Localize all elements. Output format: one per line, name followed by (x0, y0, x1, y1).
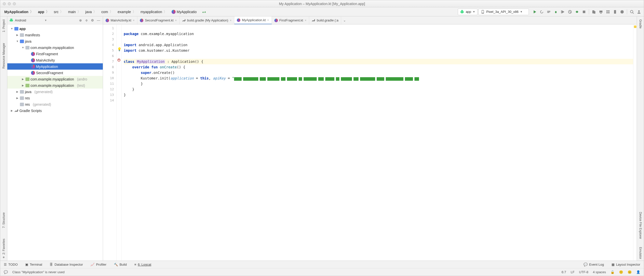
close-icon[interactable]: × (267, 18, 269, 22)
crumb-app[interactable]: app (37, 9, 51, 15)
tree-java[interactable]: ▼java (7, 38, 103, 44)
crumb-pkg[interactable]: myapplication (139, 9, 169, 15)
apply-code-icon[interactable] (546, 10, 551, 14)
tool-emulator[interactable]: Emulator (639, 245, 642, 261)
code-text[interactable]: package com.example.myapplication import… (122, 24, 633, 261)
hide-icon[interactable]: — (96, 18, 101, 23)
sync-icon[interactable] (202, 10, 206, 14)
crumb-main[interactable]: main (67, 9, 83, 15)
error-stripe[interactable] (633, 24, 637, 261)
tree-firstfragment[interactable]: FirstFragment (7, 51, 103, 57)
tabs-overflow[interactable]: ⌄ (341, 16, 348, 24)
lightbulb-icon[interactable]: 💡 (117, 47, 121, 51)
tree-mainactivity[interactable]: MainActivity (7, 57, 103, 63)
crumb-java[interactable]: java (84, 9, 99, 15)
project-tree[interactable]: ▼app ▶manifests ▼java ▼com.example.myapp… (7, 24, 103, 261)
lock-icon[interactable]: 🔓 (610, 270, 615, 274)
tool-favorites[interactable]: 2: Favorites (2, 237, 6, 261)
close-icon[interactable]: × (230, 19, 232, 22)
smile-icon[interactable]: 🙂 (619, 270, 623, 274)
attach-debugger-icon[interactable] (575, 10, 579, 14)
tree-pkg-androidtest[interactable]: ▶com.example.myapplication (andro (7, 76, 103, 82)
tool-logcat[interactable]: ≡6: Logcat (134, 263, 151, 266)
override-icon[interactable] (117, 58, 121, 62)
status-hint: Class "MyApplication" is never used (12, 270, 65, 274)
svg-rect-11 (614, 10, 616, 14)
filter-icon[interactable]: ≑ (84, 18, 89, 23)
svg-rect-8 (608, 10, 609, 12)
device-label: Pixel_3a_API_30_x86 (486, 10, 519, 14)
tree-manifests[interactable]: ▶manifests (7, 32, 103, 38)
sdk-manager-icon[interactable] (599, 10, 603, 14)
close-dot[interactable] (3, 2, 6, 5)
close-icon[interactable]: × (133, 19, 135, 22)
chevron-down-icon[interactable]: ▼ (45, 19, 47, 22)
debug-button[interactable] (554, 10, 558, 14)
tree-pkg[interactable]: ▼com.example.myapplication (7, 44, 103, 51)
tool-build[interactable]: 🔨Build (114, 263, 127, 266)
target-icon[interactable]: ⊕ (78, 18, 83, 23)
cursor-pos[interactable]: 6:7 (562, 270, 566, 274)
tool-profiler[interactable]: 📈Profiler (90, 263, 106, 266)
tool-structure[interactable]: 7: Structure (2, 211, 6, 230)
crumb-src[interactable]: src (52, 9, 66, 15)
tree-myapplication[interactable]: MyApplication (7, 63, 103, 70)
editor[interactable]: 1234567891011121314 💡 package com.exampl… (103, 24, 637, 261)
crumb-file[interactable]: MyApplicatio (170, 9, 198, 14)
tool-layout-inspector[interactable]: ▦Layout Inspector (611, 263, 640, 266)
apply-changes-icon[interactable] (539, 10, 544, 14)
close-icon[interactable]: × (305, 19, 306, 22)
user-icon[interactable] (637, 10, 641, 14)
frown-icon[interactable]: ☹️ (628, 270, 632, 274)
tool-event-log[interactable]: 💬Event Log (584, 263, 604, 266)
zoom-dot[interactable] (13, 2, 16, 5)
tree-gradle-scripts[interactable]: ▶Gradle Scripts (7, 107, 103, 114)
project-view-mode[interactable]: Android (15, 18, 43, 22)
tool-resource-manager[interactable]: Resource Manager (2, 41, 6, 70)
crumb-project[interactable]: MyApplication (3, 9, 36, 15)
tree-java-gen[interactable]: ▶java (generated) (7, 89, 103, 95)
tab-build-gradle-app[interactable]: build.gradle (:a (309, 16, 341, 24)
min-dot[interactable] (8, 2, 11, 5)
resource-manager-icon[interactable] (606, 10, 610, 14)
tool-project[interactable]: 1: Project (2, 18, 6, 34)
tool-todo[interactable]: ☰TODO (4, 263, 18, 266)
tree-res-gen[interactable]: res (generated) (7, 101, 103, 107)
tab-myapplication[interactable]: MyApplication.kt× (234, 16, 272, 24)
cube-icon[interactable] (620, 10, 624, 14)
avd-manager-icon[interactable] (592, 10, 596, 14)
tree-pkg-test[interactable]: ▶com.example.myapplication (test) (7, 82, 103, 89)
tool-gradle[interactable]: Gradle (639, 18, 642, 30)
line-ending[interactable]: LF (571, 270, 574, 274)
crumb-com[interactable]: com (100, 9, 115, 15)
tree-app[interactable]: ▼app (7, 25, 103, 32)
tool-device-file-explorer[interactable]: Device File Explorer (639, 210, 642, 240)
tool-terminal[interactable]: ▣Terminal (25, 263, 42, 266)
tool-db-inspector[interactable]: 🗄Database Inspector (50, 263, 83, 266)
status-icon[interactable]: 💬 (4, 270, 8, 274)
crumb-example[interactable]: example (116, 9, 138, 15)
gear-icon[interactable]: ⚙ (90, 18, 95, 23)
coverage-icon[interactable] (561, 10, 565, 14)
tree-res[interactable]: ▶res (7, 95, 103, 101)
search-icon[interactable] (630, 10, 634, 14)
status-bar: 💬 Class "MyApplication" is never used 6:… (0, 268, 644, 276)
tab-build-gradle-root[interactable]: build.gradle (My Application)× (180, 16, 234, 24)
indent[interactable]: 4 spaces (593, 270, 606, 274)
trooper-icon[interactable]: 👤 (636, 270, 640, 274)
device-selector[interactable]: Pixel_3a_API_30_x86 ▼ (478, 9, 529, 15)
run-button[interactable] (532, 10, 537, 14)
inspection-indicator[interactable] (634, 25, 636, 28)
tab-mainactivity[interactable]: MainActivity.kt× (103, 16, 137, 24)
tab-firstfragment[interactable]: FirstFragment.kt× (272, 16, 309, 24)
window-controls[interactable] (3, 2, 16, 5)
tree-secondfragment[interactable]: SecondFragment (7, 70, 103, 76)
close-icon[interactable]: × (175, 19, 177, 22)
profile-icon[interactable] (568, 10, 572, 14)
run-config-selector[interactable]: app ▼ (458, 9, 477, 15)
kotlin-icon (172, 10, 176, 14)
stop-button[interactable] (582, 10, 586, 14)
encoding[interactable]: UTF-8 (579, 270, 588, 274)
device-manager-icon[interactable] (613, 10, 617, 14)
tab-secondfragment[interactable]: SecondFragment.kt× (137, 16, 179, 24)
